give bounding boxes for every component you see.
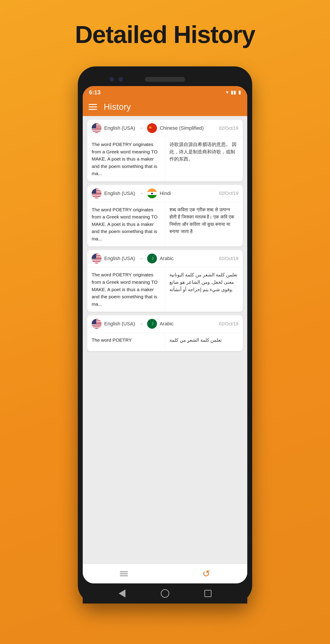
status-icons: ▾ ▮▮ ▮ (226, 90, 241, 95)
translate-icon (120, 571, 128, 576)
phone-screen: 6:13 ▾ ▮▮ ▮ History English (USA) (83, 86, 247, 584)
card-header: English (USA) → Hindi 02/Oct/19 (87, 185, 243, 202)
phone-speaker (145, 77, 185, 82)
from-lang-label: English (USA) (104, 256, 135, 262)
status-time: 6:13 (89, 89, 100, 96)
translate-nav-button[interactable] (120, 571, 128, 576)
translated-text: 诗歌源自源自希腊语的意思。 因此，诗人是制造商和诗歌，或制作的东西。 (165, 137, 243, 181)
phone-camera-right (118, 77, 123, 82)
flag-usa-icon (92, 123, 102, 133)
card-body: The word POETRY تعلمن كلمة الشعر من كلمة (87, 332, 243, 348)
battery-icon: ▮ (238, 90, 241, 95)
history-nav-button[interactable]: ↺ (202, 568, 210, 579)
recents-button[interactable] (203, 588, 213, 598)
card-header: English (USA) → Arabic 02/Oct/19 (87, 315, 243, 332)
hamburger-menu-icon[interactable] (88, 104, 97, 110)
toolbar-title: History (104, 102, 131, 112)
back-button[interactable] (117, 588, 127, 598)
flag-usa-icon (92, 254, 102, 264)
arrow-right-icon: → (138, 321, 144, 327)
card-body: The word POETRY originates from a Greek … (87, 137, 243, 181)
wifi-icon: ▾ (226, 90, 228, 95)
translated-text: शब्द कविता एक ग्रीक शब्द से उत्पन्न होती… (165, 202, 243, 247)
date-label: 02/Oct/19 (219, 191, 238, 196)
translation-card[interactable]: English (USA) → Arabic 02/Oct/19 The wor… (87, 250, 243, 312)
card-body: The word POETRY originates from a Greek … (87, 202, 243, 247)
status-bar: 6:13 ▾ ▮▮ ▮ (83, 86, 247, 98)
arrow-right-icon: → (138, 125, 144, 131)
card-body: The word POETRY originates from a Greek … (87, 267, 243, 312)
phone-hardware-nav (83, 584, 247, 604)
arrow-right-icon: → (138, 190, 144, 196)
flag-china-icon (147, 123, 157, 133)
to-lang-label: Arabic (160, 321, 174, 327)
home-button[interactable] (160, 588, 170, 598)
phone-top-bar (83, 73, 247, 86)
to-lang-label: Hindi (160, 190, 171, 196)
from-lang-label: English (USA) (104, 190, 135, 196)
signal-icon: ▮▮ (231, 90, 236, 95)
phone-camera-left (110, 77, 114, 82)
date-label: 02/Oct/19 (219, 321, 238, 326)
app-toolbar: History (83, 98, 247, 116)
source-text: The word POETRY originates from a Greek … (87, 137, 165, 181)
translation-card[interactable]: English (USA) → Chinese (Simplified) 02/… (87, 120, 243, 181)
date-label: 02/Oct/19 (219, 256, 238, 261)
bottom-nav: ↺ (83, 564, 247, 584)
from-lang-label: English (USA) (104, 125, 135, 131)
content-area: English (USA) → Chinese (Simplified) 02/… (83, 116, 247, 564)
translation-card[interactable]: English (USA) → Arabic 02/Oct/19 The wor… (87, 315, 243, 351)
translated-text: تعلمن كلمة الشعر من كلمة اليونانية معنى … (165, 267, 243, 312)
to-lang-label: Arabic (160, 256, 174, 262)
source-text: The word POETRY (87, 332, 165, 348)
date-label: 02/Oct/19 (219, 126, 238, 131)
translation-card[interactable]: English (USA) → Hindi 02/Oct/19 The word… (87, 185, 243, 247)
flag-saudi-icon (147, 319, 157, 329)
to-lang-label: Chinese (Simplified) (160, 125, 204, 131)
translated-text: تعلمن كلمة الشعر من كلمة (165, 332, 243, 348)
history-icon: ↺ (202, 568, 210, 579)
source-text: The word POETRY originates from a Greek … (87, 267, 165, 312)
page-title: Detailed History (75, 20, 255, 48)
flag-usa-icon (92, 188, 102, 198)
card-header: English (USA) → Arabic 02/Oct/19 (87, 250, 243, 267)
flag-usa-icon (92, 319, 102, 329)
flag-saudi-icon (147, 254, 157, 264)
card-header: English (USA) → Chinese (Simplified) 02/… (87, 120, 243, 137)
source-text: The word POETRY originates from a Greek … (87, 202, 165, 247)
flag-india-icon (147, 188, 157, 198)
phone-frame: 6:13 ▾ ▮▮ ▮ History English (USA) (78, 66, 252, 603)
from-lang-label: English (USA) (104, 321, 135, 327)
arrow-right-icon: → (138, 256, 144, 262)
